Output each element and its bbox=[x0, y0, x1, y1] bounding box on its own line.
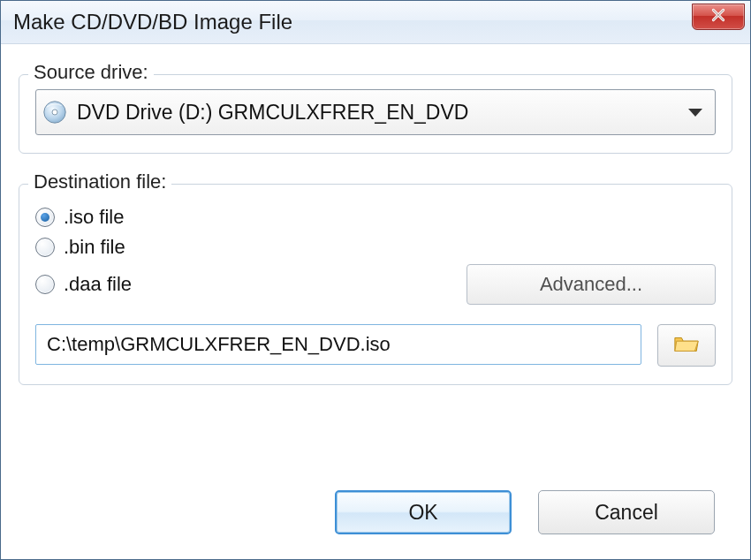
ok-button[interactable]: OK bbox=[335, 490, 512, 534]
button-row: OK Cancel bbox=[19, 473, 732, 550]
radio-iso[interactable]: .iso file bbox=[35, 206, 124, 229]
destination-path-input[interactable] bbox=[35, 324, 641, 365]
close-button[interactable] bbox=[692, 4, 745, 30]
destination-file-legend: Destination file: bbox=[28, 170, 171, 193]
source-drive-text: DVD Drive (D:) GRMCULXFRER_EN_DVD bbox=[77, 101, 688, 125]
destination-file-group: Destination file: .iso file .bin file .d… bbox=[19, 184, 732, 385]
client-area: Source drive: bbox=[1, 44, 750, 559]
advanced-button-label: Advanced... bbox=[540, 273, 642, 296]
radio-indicator-iso bbox=[35, 208, 55, 227]
radio-daa-label: .daa file bbox=[64, 273, 132, 296]
source-drive-group: Source drive: bbox=[19, 74, 732, 154]
radio-daa[interactable]: .daa file bbox=[35, 273, 132, 296]
chevron-down-icon bbox=[688, 109, 702, 117]
radio-bin[interactable]: .bin file bbox=[35, 236, 125, 259]
dialog-window: Make CD/DVD/BD Image File Source drive: bbox=[0, 0, 751, 560]
advanced-button[interactable]: Advanced... bbox=[467, 264, 716, 305]
radio-bin-label: .bin file bbox=[64, 236, 125, 259]
titlebar: Make CD/DVD/BD Image File bbox=[1, 1, 750, 44]
window-title: Make CD/DVD/BD Image File bbox=[13, 10, 292, 34]
radio-indicator-bin bbox=[35, 238, 55, 257]
ok-button-label: OK bbox=[408, 501, 437, 525]
close-icon bbox=[710, 7, 726, 26]
disc-icon bbox=[42, 99, 68, 125]
svg-point-1 bbox=[52, 110, 57, 115]
source-drive-legend: Source drive: bbox=[28, 61, 154, 84]
radio-dot-icon bbox=[41, 213, 49, 222]
cancel-button[interactable]: Cancel bbox=[538, 490, 715, 534]
browse-button[interactable] bbox=[657, 324, 716, 367]
folder-open-icon bbox=[673, 333, 700, 358]
radio-indicator-daa bbox=[35, 275, 55, 294]
radio-iso-label: .iso file bbox=[64, 206, 124, 229]
source-drive-combobox[interactable]: DVD Drive (D:) GRMCULXFRER_EN_DVD bbox=[35, 89, 716, 135]
cancel-button-label: Cancel bbox=[595, 501, 658, 525]
